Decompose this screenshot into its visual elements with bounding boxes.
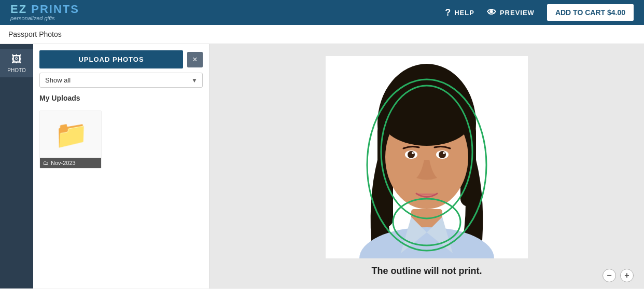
my-uploads-label: My Uploads [33,92,209,106]
logo-ez: EZ [10,3,27,16]
sidebar-item-photo[interactable]: 🖼 PHOTO [0,49,33,77]
zoom-in-button[interactable]: + [620,269,634,282]
photo-icon: 🖼 [11,53,22,65]
help-label: HELP [454,9,474,17]
header-right: ? HELP 👁 PREVIEW ADD TO CART $4.00 [445,4,634,21]
panel-header: UPLOAD PHOTOS × [33,44,209,68]
zoom-out-button[interactable]: − [603,269,616,282]
folder-label-icon: 🗂 [43,160,49,166]
add-to-cart-button[interactable]: ADD TO CART $4.00 [547,4,634,21]
add-to-cart-price: $4.00 [607,8,625,17]
preview-label: PREVIEW [500,9,535,17]
logo-sub: personalized gifts [10,16,79,21]
upload-photos-button[interactable]: UPLOAD PHOTOS [39,50,183,68]
svg-point-13 [412,152,414,154]
close-icon: × [192,55,197,64]
folder-name: Nov-2023 [51,160,76,166]
show-all-select-wrapper: Show all Recent Favorites ▼ [39,73,203,88]
logo-main: EZ PRINTS [10,4,79,15]
help-icon: ? [445,7,451,18]
add-to-cart-label: ADD TO CART [555,8,605,17]
svg-point-14 [443,152,445,154]
photo-container [326,56,528,258]
passport-photo-svg [326,56,528,258]
show-all-select[interactable]: Show all Recent Favorites [39,73,203,88]
folder-label: 🗂 Nov-2023 [40,158,101,168]
zoom-in-icon: + [624,271,629,280]
sidebar: 🖼 PHOTO [0,44,33,288]
svg-point-15 [380,89,473,146]
preview-button[interactable]: 👁 PREVIEW [487,7,535,18]
show-all-row: Show all Recent Favorites ▼ [33,68,209,92]
breadcrumb: Passport Photos [0,25,644,44]
svg-point-11 [408,151,415,158]
svg-point-12 [439,151,446,158]
panel: UPLOAD PHOTOS × ↺ ↻ Show all Recent Favo… [33,44,209,288]
zoom-out-icon: − [607,271,611,280]
breadcrumb-text: Passport Photos [8,30,62,38]
list-item[interactable]: 📁 🗂 Nov-2023 [39,111,102,169]
logo: EZ PRINTS personalized gifts [10,4,79,21]
sidebar-photo-label: PHOTO [7,67,25,73]
close-panel-button[interactable]: × [187,52,203,67]
logo-prints: PRINTS [27,3,79,16]
help-button[interactable]: ? HELP [445,7,474,18]
zoom-controls: − + [603,269,634,282]
outline-text: The outline will not print. [372,266,482,277]
eye-icon: 👁 [487,7,497,18]
header: EZ PRINTS personalized gifts ? HELP 👁 PR… [0,0,644,25]
uploads-grid: 📁 🗂 Nov-2023 [33,106,209,173]
main-layout: 🖼 PHOTO UPLOAD PHOTOS × ↺ ↻ Show [0,44,644,288]
folder-icon: 📁 [54,119,88,150]
folder-thumbnail: 📁 [40,111,102,158]
canvas-area: The outline will not print. − + [209,44,644,288]
